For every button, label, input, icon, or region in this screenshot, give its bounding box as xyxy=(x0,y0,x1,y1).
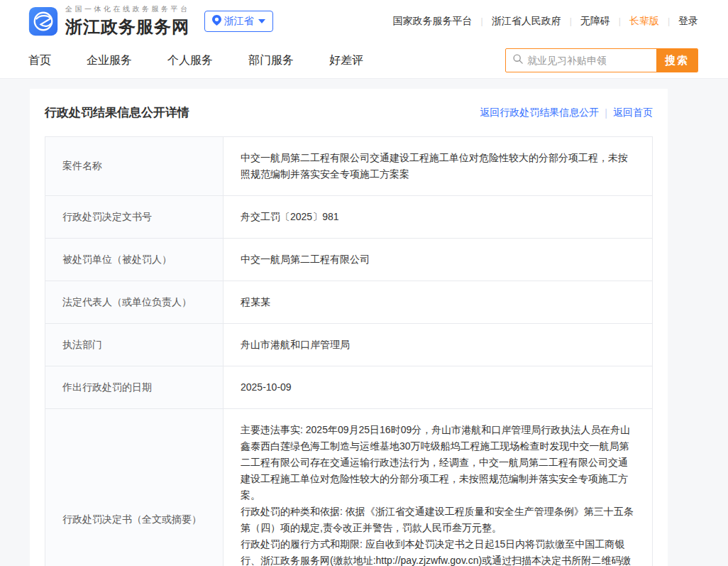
divider: | xyxy=(668,16,670,26)
decision-paragraph-basis: 行政处罚的种类和依据: 依据《浙江省交通建设工程质量和安全生产管理条例》第三十五… xyxy=(241,504,635,536)
row-label: 作出行政处罚的日期 xyxy=(45,366,223,408)
row-value: 中交一航局第二工程有限公司 xyxy=(223,239,652,281)
row-value: 中交一航局第二工程有限公司交通建设工程施工单位对危险性较大的分部分项工程，未按照… xyxy=(223,137,652,195)
nav-item-department[interactable]: 部门服务 xyxy=(248,53,294,68)
table-row-penalty-decision: 行政处罚决定书（全文或摘要） 主要违法事实: 2025年09月25日16时09分… xyxy=(45,409,652,566)
penalty-detail-table: 案件名称 中交一航局第二工程有限公司交通建设工程施工单位对危险性较大的分部分项工… xyxy=(45,136,653,566)
zhejiang-gov-logo-icon xyxy=(28,6,58,36)
table-row-penalty-date: 作出行政处罚的日期 2025-10-09 xyxy=(45,366,652,409)
nav-item-home[interactable]: 首页 xyxy=(28,53,51,68)
table-row-legal-representative: 法定代表人（或单位负责人） 程某某 xyxy=(45,281,652,324)
site-name: 浙江政务服务网 xyxy=(65,16,190,38)
platform-tagline: 全国一体化在线政务服务平台 xyxy=(65,4,190,14)
decision-paragraph-facts: 主要违法事实: 2025年09月25日16时09分，舟山市港航和口岸管理局行政执… xyxy=(241,422,635,504)
divider: | xyxy=(619,16,621,26)
table-row-enforcement-department: 执法部门 舟山市港航和口岸管理局 xyxy=(45,324,652,366)
row-value: 舟交工罚〔2025〕981 xyxy=(223,196,652,238)
row-label: 执法部门 xyxy=(45,324,223,366)
region-label: 浙江省 xyxy=(224,15,254,28)
content-area: 行政处罚结果信息公开详情 返回行政处罚结果信息公开 | 返回首页 案件名称 中交… xyxy=(0,79,728,566)
link-province-gov[interactable]: 浙江省人民政府 xyxy=(492,15,561,28)
location-pin-icon xyxy=(212,15,221,28)
link-accessibility[interactable]: 无障碍 xyxy=(580,15,610,28)
page-title: 行政处罚结果信息公开详情 xyxy=(45,104,189,121)
link-login[interactable]: 登录 xyxy=(678,15,698,28)
row-label: 行政处罚决定书（全文或摘要） xyxy=(45,409,223,566)
region-selector-button[interactable]: 浙江省 xyxy=(204,11,273,32)
divider: | xyxy=(481,16,483,26)
row-value: 2025-10-09 xyxy=(223,366,652,408)
site-logo[interactable]: 全国一体化在线政务服务平台 浙江政务服务网 xyxy=(28,4,190,38)
table-row-document-number: 行政处罚决定文书号 舟交工罚〔2025〕981 xyxy=(45,196,652,239)
search-button[interactable]: 搜索 xyxy=(656,49,697,72)
detail-card: 行政处罚结果信息公开详情 返回行政处罚结果信息公开 | 返回首页 案件名称 中交… xyxy=(30,89,668,566)
search-bar: 搜索 xyxy=(505,48,698,72)
divider: | xyxy=(570,16,572,26)
nav-item-personal[interactable]: 个人服务 xyxy=(167,53,213,68)
row-value: 舟山市港航和口岸管理局 xyxy=(223,324,652,366)
chevron-down-icon xyxy=(258,19,265,23)
row-label: 案件名称 xyxy=(45,137,223,195)
back-to-home-link[interactable]: 返回首页 xyxy=(613,107,653,119)
row-label: 法定代表人（或单位负责人） xyxy=(45,281,223,323)
row-value: 程某某 xyxy=(223,281,652,323)
divider: | xyxy=(605,107,607,119)
main-nav: 首页 企业服务 个人服务 部门服务 好差评 搜索 xyxy=(0,43,728,79)
decision-paragraph-execution: 行政处罚的履行方式和期限: 应自收到本处罚决定书之日起15日内将罚款缴至中国工商… xyxy=(241,536,635,566)
link-elder-version[interactable]: 长辈版 xyxy=(629,15,659,28)
row-label: 行政处罚决定文书号 xyxy=(45,196,223,238)
search-input[interactable] xyxy=(527,55,649,66)
row-label: 被处罚单位（被处罚人） xyxy=(45,239,223,281)
table-row-punished-entity: 被处罚单位（被处罚人） 中交一航局第二工程有限公司 xyxy=(45,239,652,281)
table-row-case-name: 案件名称 中交一航局第二工程有限公司交通建设工程施工单位对危险性较大的分部分项工… xyxy=(45,137,652,196)
site-header: 全国一体化在线政务服务平台 浙江政务服务网 浙江省 国家政务服务平台 | 浙江省… xyxy=(0,0,728,43)
back-to-list-link[interactable]: 返回行政处罚结果信息公开 xyxy=(480,107,599,119)
search-icon xyxy=(513,54,527,67)
nav-item-enterprise[interactable]: 企业服务 xyxy=(87,53,132,68)
row-value: 主要违法事实: 2025年09月25日16时09分，舟山市港航和口岸管理局行政执… xyxy=(223,409,652,566)
link-national-platform[interactable]: 国家政务服务平台 xyxy=(393,15,473,28)
nav-item-rating[interactable]: 好差评 xyxy=(329,53,363,68)
header-links: 国家政务服务平台 | 浙江省人民政府 | 无障碍 | 长辈版 | 登录 xyxy=(393,15,699,28)
